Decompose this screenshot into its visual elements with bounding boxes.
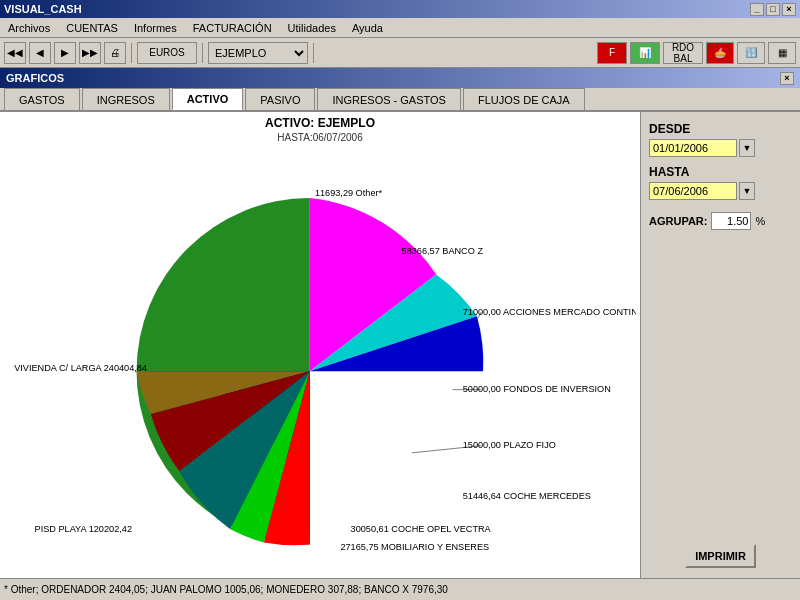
hasta-section: HASTA ▼ bbox=[649, 165, 792, 200]
toolbar-separator-3 bbox=[313, 43, 314, 63]
toolbar-btn-3[interactable]: ▶ bbox=[54, 42, 76, 64]
toolbar-btn-4[interactable]: ▶▶ bbox=[79, 42, 101, 64]
toolbar-right-icons: F 📊 RDO BAL 🥧 🔢 ▦ bbox=[597, 42, 796, 64]
tab-activo[interactable]: ACTIVO bbox=[172, 88, 244, 110]
chart-subtitle: HASTA:06/07/2006 bbox=[4, 132, 636, 143]
label-mobiliario: 27165,75 MOBILIARIO Y ENSERES bbox=[340, 542, 489, 552]
label-acciones: 71000,00 ACCIONES MERCADO CONTINUO bbox=[463, 307, 636, 317]
menu-bar: Archivos CUENTAS Informes FACTURACIÓN Ut… bbox=[0, 18, 800, 38]
toolbar: ◀◀ ◀ ▶ ▶▶ 🖨 EUROS EJEMPLO F 📊 RDO BAL 🥧 … bbox=[0, 38, 800, 68]
menu-cuentas[interactable]: CUENTAS bbox=[62, 20, 122, 36]
tab-flujos-caja[interactable]: FLUJOS DE CAJA bbox=[463, 88, 585, 110]
agrupar-label: AGRUPAR: bbox=[649, 215, 707, 227]
agrupar-input[interactable] bbox=[711, 212, 751, 230]
chart-wrapper: 11693,29 Other* 58366,57 BANCO Z 71000,0… bbox=[4, 147, 636, 565]
main-content: ACTIVO: EJEMPLO HASTA:06/07/2006 bbox=[0, 112, 800, 578]
desde-label: DESDE bbox=[649, 122, 792, 136]
label-plazo-fijo: 15000,00 PLAZO FIJO bbox=[463, 440, 556, 450]
icon-calc-button[interactable]: 🔢 bbox=[737, 42, 765, 64]
icon-chart-button[interactable]: 📊 bbox=[630, 42, 660, 64]
desde-section: DESDE ▼ bbox=[649, 122, 792, 157]
euros-button[interactable]: EUROS bbox=[137, 42, 197, 64]
ejemplo-select[interactable]: EJEMPLO bbox=[208, 42, 308, 64]
menu-utilidades[interactable]: Utilidades bbox=[284, 20, 340, 36]
tabs-row: GASTOS INGRESOS ACTIVO PASIVO INGRESOS -… bbox=[0, 88, 800, 112]
desde-input[interactable] bbox=[649, 139, 737, 157]
label-pisd-playa: PISD PLAYA 120202,42 bbox=[35, 524, 132, 534]
status-bar: * Other; ORDENADOR 2404,05; JUAN PALOMO … bbox=[0, 578, 800, 600]
hasta-label: HASTA bbox=[649, 165, 792, 179]
status-text: * Other; ORDENADOR 2404,05; JUAN PALOMO … bbox=[4, 584, 448, 595]
graficos-title: GRAFICOS bbox=[6, 72, 64, 84]
toolbar-btn-1[interactable]: ◀◀ bbox=[4, 42, 26, 64]
label-vivienda: VIVIENDA C/ LARGA 240404,84 bbox=[14, 363, 147, 373]
menu-facturacion[interactable]: FACTURACIÓN bbox=[189, 20, 276, 36]
maximize-button[interactable]: □ bbox=[766, 3, 780, 16]
label-opel: 30050,61 COCHE OPEL VECTRA bbox=[351, 524, 492, 534]
menu-archivos[interactable]: Archivos bbox=[4, 20, 54, 36]
tab-ingresos[interactable]: INGRESOS bbox=[82, 88, 170, 110]
tab-ingresos-gastos[interactable]: INGRESOS - GASTOS bbox=[317, 88, 461, 110]
tab-pasivo[interactable]: PASIVO bbox=[245, 88, 315, 110]
toolbar-btn-print[interactable]: 🖨 bbox=[104, 42, 126, 64]
app-title: VISUAL_CASH bbox=[4, 3, 82, 15]
desde-dropdown-button[interactable]: ▼ bbox=[739, 139, 755, 157]
hasta-input[interactable] bbox=[649, 182, 737, 200]
desde-input-row: ▼ bbox=[649, 139, 792, 157]
right-panel: DESDE ▼ HASTA ▼ AGRUPAR: % IMPRIMIR bbox=[640, 112, 800, 578]
rdo-bal-button[interactable]: RDO BAL bbox=[663, 42, 703, 64]
graficos-close-button[interactable]: × bbox=[780, 72, 794, 85]
minimize-button[interactable]: _ bbox=[750, 3, 764, 16]
menu-informes[interactable]: Informes bbox=[130, 20, 181, 36]
toolbar-separator-2 bbox=[202, 43, 203, 63]
label-other: 11693,29 Other* bbox=[315, 188, 383, 198]
menu-ayuda[interactable]: Ayuda bbox=[348, 20, 387, 36]
icon-grid-button[interactable]: ▦ bbox=[768, 42, 796, 64]
agrupar-row: AGRUPAR: % bbox=[649, 212, 792, 230]
icon-f-button[interactable]: F bbox=[597, 42, 627, 64]
title-bar: VISUAL_CASH _ □ × bbox=[0, 0, 800, 18]
tab-gastos[interactable]: GASTOS bbox=[4, 88, 80, 110]
chart-title: ACTIVO: EJEMPLO bbox=[4, 116, 636, 130]
imprimir-button[interactable]: IMPRIMIR bbox=[685, 544, 756, 568]
hasta-input-row: ▼ bbox=[649, 182, 792, 200]
icon-pie-button[interactable]: 🥧 bbox=[706, 42, 734, 64]
chart-area: ACTIVO: EJEMPLO HASTA:06/07/2006 bbox=[0, 112, 640, 578]
hasta-dropdown-button[interactable]: ▼ bbox=[739, 182, 755, 200]
label-mercedes: 51446,64 COCHE MERCEDES bbox=[463, 491, 591, 501]
percent-label: % bbox=[755, 215, 765, 227]
pie-chart-svg: 11693,29 Other* 58366,57 BANCO Z 71000,0… bbox=[4, 147, 636, 565]
title-bar-controls: _ □ × bbox=[750, 3, 796, 16]
graficos-bar: GRAFICOS × bbox=[0, 68, 800, 88]
label-fondos: 50000,00 FONDOS DE INVERSION bbox=[463, 384, 611, 394]
label-banco-z: 58366,57 BANCO Z bbox=[402, 246, 484, 256]
toolbar-btn-2[interactable]: ◀ bbox=[29, 42, 51, 64]
close-button[interactable]: × bbox=[782, 3, 796, 16]
toolbar-separator bbox=[131, 43, 132, 63]
